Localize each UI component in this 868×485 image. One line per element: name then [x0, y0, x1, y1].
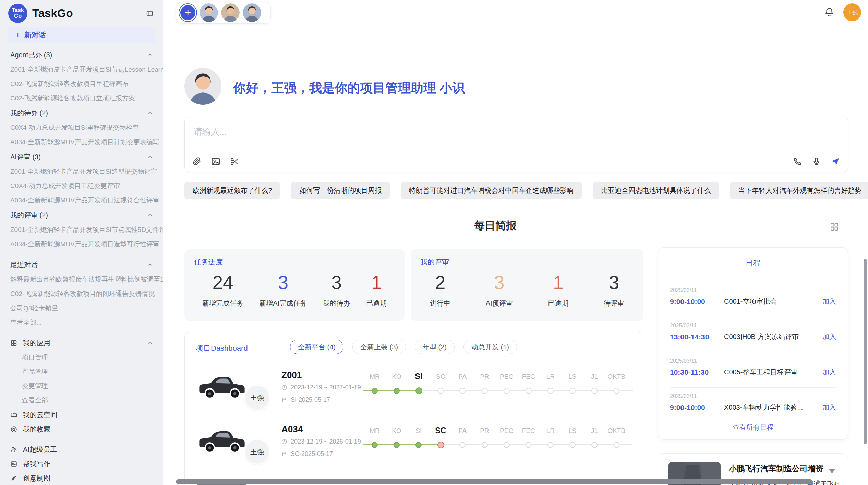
- join-link[interactable]: 加入: [822, 297, 836, 306]
- sidebar-task-item[interactable]: C0X4-动力总成开发项目工程变更评审: [0, 179, 163, 193]
- stat-label: 新增AI完成任务: [259, 299, 307, 308]
- help-write-label: 帮我写作: [23, 459, 50, 469]
- sidebar-task-item[interactable]: A034-全新新能源MUV产品开发项目计划变更表编写: [0, 135, 163, 149]
- suggestion-chip[interactable]: 比亚迪全固态电池计划具体说了什么: [593, 182, 719, 199]
- suggestion-chip[interactable]: 当下年轻人对汽车外观有怎样的喜好趋势: [730, 182, 868, 199]
- sidebar-task-item[interactable]: C02-飞腾新能源轻客改款项目里程碑画布: [0, 77, 163, 91]
- section-ai-review[interactable]: AI评审 (3): [0, 149, 163, 164]
- microphone-icon[interactable]: [812, 157, 821, 166]
- project-row[interactable]: 王强 A034 2023-12-19 ~ 2026-01-19 SC-2025-…: [185, 419, 643, 473]
- sidebar-item-favorites[interactable]: 我的收藏: [0, 422, 163, 436]
- milestone-label: SC: [430, 373, 451, 381]
- milestone-label: MR: [364, 427, 386, 435]
- tab-label: 全新上装 (3): [360, 343, 398, 352]
- chat-input[interactable]: 请输入...: [184, 117, 848, 172]
- recent-chat-item[interactable]: 查看全部...: [0, 315, 163, 330]
- recent-chat-item[interactable]: 公司Q3轻卡销量: [0, 301, 163, 315]
- app-item[interactable]: 查看全部..: [0, 393, 163, 408]
- agent-avatar-1[interactable]: [200, 3, 218, 22]
- chevron-up-icon[interactable]: [147, 262, 153, 268]
- notifications-bell-icon[interactable]: [824, 7, 834, 17]
- phone-icon[interactable]: [793, 157, 802, 166]
- milestone-dot: [613, 442, 619, 448]
- sidebar-task-item[interactable]: A034-全新新能源MUV产品开发项目法规符合性评审: [0, 193, 163, 208]
- chevron-up-icon[interactable]: [147, 110, 153, 116]
- chevron-up-icon[interactable]: [147, 340, 153, 346]
- agent-avatar-2[interactable]: [221, 3, 240, 22]
- sidebar-item-help-write[interactable]: 帮我写作: [0, 457, 163, 471]
- sidebar-task-item[interactable]: Z001-全新燃油轻卡产品开发项目SI造型提交物评审: [0, 164, 163, 179]
- project-name: Z001: [281, 370, 302, 381]
- agent-done-list: Z001-全新燃油皮卡产品开发项目SI节点Lesson Learn报告C02-飞…: [0, 62, 163, 105]
- user-avatar[interactable]: 王强: [843, 3, 861, 21]
- send-icon[interactable]: [831, 157, 840, 166]
- sidebar-item-ai-staff[interactable]: AI超级员工: [0, 442, 163, 457]
- my-apps-label: 我的应用: [23, 338, 50, 348]
- scroll-down-arrow[interactable]: [829, 469, 835, 473]
- milestone-label: SI: [408, 372, 430, 381]
- my-todo-list: C0X4-动力总成开发项目SI里程碑提交物检查A034-全新新能源MUV产品开发…: [0, 121, 163, 149]
- dashboard-tab[interactable]: 动总开发 (1): [463, 340, 517, 354]
- event-time: 10:30-11:30: [670, 368, 724, 376]
- image-icon[interactable]: [211, 157, 220, 166]
- vertical-scrollbar[interactable]: [864, 259, 867, 444]
- app-item[interactable]: 项目管理: [0, 350, 163, 364]
- attachment-icon[interactable]: [192, 157, 202, 166]
- milestone-label: J1: [583, 373, 605, 381]
- horizontal-scrollbar[interactable]: [176, 479, 813, 484]
- scissors-icon[interactable]: [230, 157, 239, 166]
- sidebar-task-item[interactable]: C02-飞腾新能源轻客改款项目立项汇报方案: [0, 91, 163, 105]
- daily-brief-title: 每日简报: [163, 219, 828, 233]
- section-recent-chats[interactable]: 最近对话: [0, 257, 163, 272]
- join-link[interactable]: 加入: [822, 332, 836, 341]
- chevron-up-icon[interactable]: [147, 52, 153, 58]
- join-link[interactable]: 加入: [822, 403, 836, 412]
- agent-avatar-3[interactable]: [243, 3, 261, 22]
- add-conversation-button[interactable]: +: [179, 4, 196, 21]
- app-item[interactable]: 变更管理: [0, 379, 163, 393]
- sidebar-item-cloud-space[interactable]: 我的云空间: [0, 408, 163, 422]
- section-my-review[interactable]: 我的评审 (2): [0, 208, 163, 223]
- suggestion-chip[interactable]: 特朗普可能对进口汽车增税会对中国车企造成哪些影响: [401, 182, 582, 199]
- join-link[interactable]: 加入: [822, 368, 836, 377]
- stat: 1 已逾期: [548, 272, 568, 308]
- project-row[interactable]: 王强 Z001 2023-12-19 ~ 2027-01-19 SI-2025-…: [185, 365, 643, 419]
- milestone-label: PA: [451, 427, 473, 435]
- sidebar-task-item[interactable]: A034-全新新能源MUV产品开发项目造型可行性评审: [0, 237, 163, 251]
- sidebar-task-item[interactable]: Z001-全新燃油皮卡产品开发项目SI节点Lesson Learn报告: [0, 62, 163, 77]
- dashboard-title: 项目Dashboard: [196, 343, 248, 353]
- chevron-up-icon[interactable]: [147, 212, 153, 218]
- recent-chat-item[interactable]: C02-飞腾新能源轻客改款项目的闭环通告反馈情况: [0, 287, 163, 301]
- section-title: Agent已办 (3): [10, 50, 52, 60]
- sidebar-item-creative-draw[interactable]: 创意制图: [0, 471, 163, 485]
- app-window: Task Go TaskGo + 新对话 Agent已办 (3) Z001-全新…: [0, 0, 868, 485]
- suggestion-chip[interactable]: 如何写一份清晰的项目周报: [291, 182, 390, 199]
- section-my-todo[interactable]: 我的待办 (2): [0, 105, 163, 121]
- new-chat-button[interactable]: + 新对话: [8, 27, 155, 43]
- schedule-panel: 日程 2025/03/11 9:00-10:00 C001-立项审批会 加入 2…: [658, 247, 848, 440]
- chat-label: 解释最新出台的欧盟报废车法规再生塑料比例被调至15%...: [10, 275, 163, 284]
- sidebar-task-item[interactable]: C0X4-动力总成开发项目SI里程碑提交物检查: [0, 121, 163, 135]
- section-title: 最近对话: [10, 260, 38, 270]
- app-item[interactable]: 产品管理: [0, 364, 163, 379]
- sidebar-task-item[interactable]: Z001-全新燃油轻卡产品开发项目SI节点属性5D文件评审: [0, 223, 163, 237]
- suggestion-chip[interactable]: 欧洲新规最近颁布了什么?: [184, 182, 280, 199]
- sidebar-collapse-icon[interactable]: [144, 8, 155, 18]
- chevron-up-icon[interactable]: [147, 154, 153, 160]
- recent-chat-item[interactable]: 解释最新出台的欧盟报废车法规再生塑料比例被调至15%...: [0, 272, 163, 287]
- dashboard-tab[interactable]: 全新平台 (4): [290, 340, 343, 354]
- section-title: 我的待办 (2): [10, 109, 48, 118]
- dashboard-tab[interactable]: 全新上装 (3): [352, 340, 406, 354]
- chip-label: 当下年轻人对汽车外观有怎样的喜好趋势: [738, 186, 861, 195]
- milestone-label: KO: [386, 373, 408, 381]
- view-all-schedule-link[interactable]: 查看所有日程: [658, 423, 848, 432]
- event-time: 9:00-10:00: [670, 403, 724, 412]
- scroll-right-arrow[interactable]: [817, 480, 821, 484]
- layout-grid-icon[interactable]: [830, 222, 839, 232]
- event-name: C005-整车工程目标评审: [724, 368, 822, 377]
- project-vehicle-image: [197, 423, 246, 456]
- section-agent-done[interactable]: Agent已办 (3): [0, 47, 163, 62]
- dashboard-tab[interactable]: 年型 (2): [415, 340, 455, 354]
- section-title: 我的评审 (2): [10, 211, 48, 220]
- sidebar-item-my-apps[interactable]: 我的应用: [0, 336, 163, 350]
